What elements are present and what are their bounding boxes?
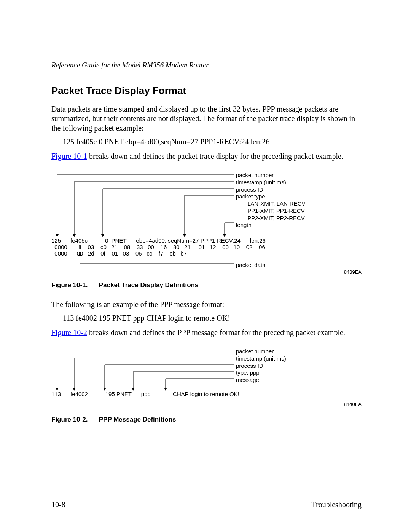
fig1-label-packet-type-a: LAN-XMIT, LAN-RECV: [236, 200, 306, 208]
figure-10-2-caption-text: PPP Message Definitions: [99, 416, 176, 423]
page-footer: 10-8 Troubleshooting: [51, 498, 362, 509]
fig1-code: 8439EA: [344, 269, 362, 275]
section-title: Packet Trace Display Format: [51, 85, 362, 97]
fig2-label-packet-number: packet number: [236, 348, 286, 355]
figure-10-2-caption: Figure 10-2. PPP Message Definitions: [51, 416, 362, 423]
figure-ref-2: Figure 10-2 breaks down and defines the …: [51, 328, 362, 337]
fig2-code: 8440EA: [344, 401, 362, 407]
fig2-trace-line-1: 113 fe4002 195 PNET ppp CHAP login to re…: [51, 391, 239, 397]
figure-ref-1: Figure 10-1 breaks down and defines the …: [51, 152, 362, 161]
fig1-label-packet-type-b: PP1-XMIT, PP1-RECV: [236, 208, 306, 215]
figure-10-1-caption-text: Packet Trace Display Definitions: [99, 281, 199, 289]
fig1-trace-line-3: 0000: 00 2d 0f 01 03 06 cc f7 cb b7: [51, 250, 266, 257]
fig2-label-process-id: process ID: [236, 363, 286, 370]
packet-example-1: 125 fe405c 0 PNET ebp=4ad00,seqNum=27 PP…: [63, 137, 362, 146]
figure-link-10-1[interactable]: Figure 10-1: [51, 152, 87, 160]
fig1-trace-line-1: 125 fe405c 0 PNET ebp=4ad00, seqNum=27 P…: [51, 237, 266, 244]
figure-ref-1-text: breaks down and defines the packet trace…: [87, 152, 343, 160]
fig1-label-packet-type: packet type: [236, 193, 306, 200]
fig2-label-type-ppp: type: ppp: [236, 369, 286, 377]
intro-paragraph: Data packets are time stamped and displa…: [51, 104, 362, 133]
figure-link-10-2[interactable]: Figure 10-2: [51, 328, 87, 337]
fig2-label-message: message: [236, 377, 286, 384]
figure-ref-2-text: breaks down and defines the PPP message …: [87, 328, 345, 337]
figure-10-2-diagram: packet number timestamp (unit ms) proces…: [51, 348, 362, 409]
fig1-label-timestamp: timestamp (unit ms): [236, 179, 306, 186]
fig1-label-length: length: [236, 222, 306, 229]
page-number: 10-8: [51, 500, 65, 509]
mid-paragraph: The following is an example of the PPP m…: [51, 300, 362, 309]
fig2-label-timestamp: timestamp (unit ms): [236, 355, 286, 363]
fig1-label-packet-number: packet number: [236, 172, 306, 179]
packet-example-2: 113 fe4002 195 PNET ppp CHAP login to re…: [63, 314, 362, 323]
fig1-label-packet-type-c: PP2-XMIT, PP2-RECV: [236, 215, 306, 222]
figure-10-1-caption: Figure 10-1. Packet Trace Display Defini…: [51, 281, 362, 289]
figure-10-2-caption-num: Figure 10-2.: [51, 416, 97, 423]
figure-10-1-diagram: packet number timestamp (unit ms) proces…: [51, 172, 362, 275]
fig1-trace-line-2: 0000: ff 03 c0 21 08 33 00 16 80 21 01 1…: [51, 244, 266, 250]
figure-10-1-caption-num: Figure 10-1.: [51, 281, 97, 289]
chapter-name: Troubleshooting: [311, 500, 362, 509]
fig1-label-process-id: process ID: [236, 186, 306, 193]
fig1-label-packet-data: packet data: [236, 262, 306, 269]
running-header: Reference Guide for the Model RM356 Mode…: [51, 61, 362, 72]
